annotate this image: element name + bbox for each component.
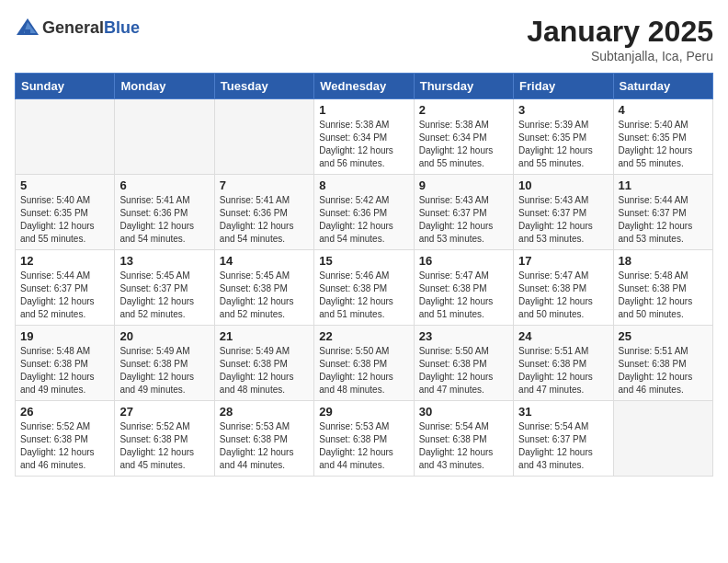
day-number: 17	[518, 254, 608, 268]
day-info: Sunrise: 5:50 AM Sunset: 6:38 PM Dayligh…	[319, 345, 408, 396]
day-info: Sunrise: 5:44 AM Sunset: 6:37 PM Dayligh…	[619, 194, 708, 246]
calendar-cell: 7Sunrise: 5:41 AM Sunset: 6:36 PM Daylig…	[214, 175, 313, 250]
calendar-cell: 19Sunrise: 5:48 AM Sunset: 6:38 PM Dayli…	[16, 326, 115, 401]
location-subtitle: Subtanjalla, Ica, Peru	[527, 49, 713, 63]
calendar-cell	[613, 401, 712, 477]
weekday-header-tuesday: Tuesday	[214, 74, 313, 99]
day-number: 1	[319, 103, 408, 117]
day-info: Sunrise: 5:40 AM Sunset: 6:35 PM Dayligh…	[20, 194, 109, 246]
calendar-cell: 30Sunrise: 5:54 AM Sunset: 6:38 PM Dayli…	[414, 401, 513, 477]
weekday-header-row: SundayMondayTuesdayWednesdayThursdayFrid…	[16, 74, 713, 99]
calendar-cell: 13Sunrise: 5:45 AM Sunset: 6:37 PM Dayli…	[115, 250, 214, 326]
day-number: 11	[619, 178, 708, 192]
calendar-week-row: 5Sunrise: 5:40 AM Sunset: 6:35 PM Daylig…	[16, 175, 713, 250]
calendar-cell: 18Sunrise: 5:48 AM Sunset: 6:38 PM Dayli…	[613, 250, 712, 326]
day-info: Sunrise: 5:38 AM Sunset: 6:34 PM Dayligh…	[319, 119, 408, 170]
day-info: Sunrise: 5:42 AM Sunset: 6:36 PM Dayligh…	[319, 194, 408, 246]
calendar-cell	[214, 99, 313, 175]
calendar-cell: 31Sunrise: 5:54 AM Sunset: 6:37 PM Dayli…	[514, 401, 613, 477]
day-info: Sunrise: 5:43 AM Sunset: 6:37 PM Dayligh…	[518, 194, 608, 246]
day-number: 6	[119, 178, 209, 192]
calendar-cell: 21Sunrise: 5:49 AM Sunset: 6:38 PM Dayli…	[214, 326, 313, 401]
day-number: 3	[518, 103, 608, 117]
calendar-cell: 15Sunrise: 5:46 AM Sunset: 6:38 PM Dayli…	[314, 250, 414, 326]
day-info: Sunrise: 5:40 AM Sunset: 6:35 PM Dayligh…	[619, 119, 708, 170]
day-number: 4	[619, 103, 708, 117]
day-number: 7	[220, 178, 309, 192]
day-info: Sunrise: 5:43 AM Sunset: 6:37 PM Dayligh…	[419, 194, 508, 246]
day-number: 23	[419, 329, 508, 343]
logo-icon	[15, 15, 40, 40]
calendar-cell: 25Sunrise: 5:51 AM Sunset: 6:38 PM Dayli…	[613, 326, 712, 401]
calendar-cell: 27Sunrise: 5:52 AM Sunset: 6:38 PM Dayli…	[115, 401, 214, 477]
weekday-header-thursday: Thursday	[414, 74, 513, 99]
day-number: 20	[119, 329, 209, 343]
day-number: 8	[319, 178, 408, 192]
calendar-cell	[115, 99, 214, 175]
weekday-header-monday: Monday	[115, 74, 214, 99]
calendar-cell: 16Sunrise: 5:47 AM Sunset: 6:38 PM Dayli…	[414, 250, 513, 326]
calendar-cell: 9Sunrise: 5:43 AM Sunset: 6:37 PM Daylig…	[414, 175, 513, 250]
day-info: Sunrise: 5:49 AM Sunset: 6:38 PM Dayligh…	[119, 345, 209, 396]
day-info: Sunrise: 5:47 AM Sunset: 6:38 PM Dayligh…	[518, 270, 608, 321]
day-number: 24	[518, 329, 608, 343]
calendar-cell: 10Sunrise: 5:43 AM Sunset: 6:37 PM Dayli…	[514, 175, 613, 250]
day-info: Sunrise: 5:39 AM Sunset: 6:35 PM Dayligh…	[518, 119, 608, 170]
calendar-cell	[16, 99, 115, 175]
day-info: Sunrise: 5:51 AM Sunset: 6:38 PM Dayligh…	[619, 345, 708, 396]
day-number: 28	[220, 405, 309, 419]
day-info: Sunrise: 5:52 AM Sunset: 6:38 PM Dayligh…	[119, 420, 209, 472]
day-info: Sunrise: 5:38 AM Sunset: 6:34 PM Dayligh…	[419, 119, 508, 170]
day-info: Sunrise: 5:49 AM Sunset: 6:38 PM Dayligh…	[220, 345, 309, 396]
day-number: 16	[419, 254, 508, 268]
page-header: GeneralBlue January 2025 Subtanjalla, Ic…	[15, 15, 713, 63]
day-info: Sunrise: 5:45 AM Sunset: 6:38 PM Dayligh…	[220, 270, 309, 321]
logo: GeneralBlue	[15, 15, 140, 40]
calendar-cell: 17Sunrise: 5:47 AM Sunset: 6:38 PM Dayli…	[514, 250, 613, 326]
calendar-cell: 28Sunrise: 5:53 AM Sunset: 6:38 PM Dayli…	[214, 401, 313, 477]
day-info: Sunrise: 5:54 AM Sunset: 6:38 PM Dayligh…	[419, 420, 508, 472]
day-number: 15	[319, 254, 408, 268]
day-info: Sunrise: 5:48 AM Sunset: 6:38 PM Dayligh…	[20, 345, 109, 396]
day-info: Sunrise: 5:41 AM Sunset: 6:36 PM Dayligh…	[119, 194, 209, 246]
day-number: 26	[20, 405, 109, 419]
calendar-week-row: 1Sunrise: 5:38 AM Sunset: 6:34 PM Daylig…	[16, 99, 713, 175]
day-info: Sunrise: 5:53 AM Sunset: 6:38 PM Dayligh…	[319, 420, 408, 472]
day-number: 18	[619, 254, 708, 268]
day-number: 21	[220, 329, 309, 343]
calendar-cell: 1Sunrise: 5:38 AM Sunset: 6:34 PM Daylig…	[314, 99, 414, 175]
day-info: Sunrise: 5:44 AM Sunset: 6:37 PM Dayligh…	[20, 270, 109, 321]
day-number: 5	[20, 178, 109, 192]
day-number: 14	[220, 254, 309, 268]
calendar-cell: 2Sunrise: 5:38 AM Sunset: 6:34 PM Daylig…	[414, 99, 513, 175]
calendar-cell: 3Sunrise: 5:39 AM Sunset: 6:35 PM Daylig…	[514, 99, 613, 175]
day-info: Sunrise: 5:46 AM Sunset: 6:38 PM Dayligh…	[319, 270, 408, 321]
day-number: 12	[20, 254, 109, 268]
day-info: Sunrise: 5:47 AM Sunset: 6:38 PM Dayligh…	[419, 270, 508, 321]
day-number: 9	[419, 178, 508, 192]
day-info: Sunrise: 5:50 AM Sunset: 6:38 PM Dayligh…	[419, 345, 508, 396]
logo-blue: Blue	[104, 18, 140, 38]
day-number: 25	[619, 329, 708, 343]
day-number: 22	[319, 329, 408, 343]
weekday-header-saturday: Saturday	[613, 74, 712, 99]
day-info: Sunrise: 5:54 AM Sunset: 6:37 PM Dayligh…	[518, 420, 608, 472]
day-number: 13	[119, 254, 209, 268]
day-info: Sunrise: 5:48 AM Sunset: 6:38 PM Dayligh…	[619, 270, 708, 321]
calendar-cell: 6Sunrise: 5:41 AM Sunset: 6:36 PM Daylig…	[115, 175, 214, 250]
calendar-cell: 11Sunrise: 5:44 AM Sunset: 6:37 PM Dayli…	[613, 175, 712, 250]
day-number: 19	[20, 329, 109, 343]
day-info: Sunrise: 5:41 AM Sunset: 6:36 PM Dayligh…	[220, 194, 309, 246]
day-info: Sunrise: 5:45 AM Sunset: 6:37 PM Dayligh…	[119, 270, 209, 321]
title-block: January 2025 Subtanjalla, Ica, Peru	[527, 15, 713, 63]
calendar-week-row: 19Sunrise: 5:48 AM Sunset: 6:38 PM Dayli…	[16, 326, 713, 401]
weekday-header-wednesday: Wednesday	[314, 74, 414, 99]
calendar-cell: 14Sunrise: 5:45 AM Sunset: 6:38 PM Dayli…	[214, 250, 313, 326]
calendar-cell: 8Sunrise: 5:42 AM Sunset: 6:36 PM Daylig…	[314, 175, 414, 250]
logo-general: General	[42, 18, 104, 38]
calendar-cell: 26Sunrise: 5:52 AM Sunset: 6:38 PM Dayli…	[16, 401, 115, 477]
day-info: Sunrise: 5:53 AM Sunset: 6:38 PM Dayligh…	[220, 420, 309, 472]
calendar-cell: 29Sunrise: 5:53 AM Sunset: 6:38 PM Dayli…	[314, 401, 414, 477]
day-number: 29	[319, 405, 408, 419]
month-title: January 2025	[527, 15, 713, 49]
